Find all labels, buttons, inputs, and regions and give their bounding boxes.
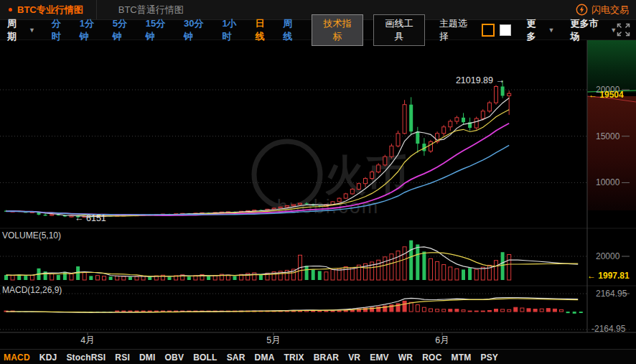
toolbar: 周期 ▼ 分时1分钟5分钟15分钟30分钟1小时日线周线 技术指标 画线工具 主… — [0, 20, 636, 40]
indicator-tab-bar: MACDKDJStochRSIRSIDMIOBVBOLLSARDMATRIXBR… — [0, 349, 636, 364]
btc-pro-chart-app: BTC专业行情图 BTC普通行情图 闪电交易 周期 ▼ 分时1分钟5分钟15分钟… — [0, 0, 636, 364]
month-axis-label: 5月 — [266, 335, 280, 345]
indicator-tab-macd[interactable]: MACD — [4, 353, 30, 363]
flash-trade-label: 闪电交易 — [591, 4, 629, 17]
period-link-周线[interactable]: 周线 — [283, 17, 301, 43]
tab-btc-normal-chart-label: BTC普通行情图 — [118, 4, 184, 17]
last-price-tag: ← 19504 — [589, 90, 624, 100]
huobi-watermark: 火币huobi.com — [254, 141, 408, 218]
draw-tools-button[interactable]: 画线工具 — [373, 14, 425, 46]
chevron-down-icon: ▼ — [548, 27, 554, 34]
indicator-tab-dma[interactable]: DMA — [255, 353, 275, 363]
lightning-icon — [576, 4, 588, 16]
candles-layer — [4, 80, 511, 218]
period-link-30分钟[interactable]: 30分钟 — [184, 17, 212, 43]
tab-btc-pro-chart-label: BTC专业行情图 — [17, 4, 83, 17]
period-label: 周期 — [7, 17, 26, 43]
indicator-tab-brar[interactable]: BRAR — [314, 353, 339, 363]
period-link-分时[interactable]: 分时 — [52, 17, 70, 43]
flash-trade-button[interactable]: 闪电交易 — [576, 4, 629, 17]
indicator-tab-wr[interactable]: WR — [398, 353, 413, 363]
indicator-tab-vr[interactable]: VR — [348, 353, 360, 363]
month-axis-label: 6月 — [435, 335, 449, 345]
theme-select-label: 主题选择 — [439, 17, 477, 43]
macd-pane-label: MACD(12,26,9) — [2, 285, 62, 295]
indicator-tab-boll[interactable]: BOLL — [193, 353, 217, 363]
fullscreen-icon[interactable] — [617, 23, 630, 37]
indicator-tab-mtm[interactable]: MTM — [452, 353, 472, 363]
period-link-5分钟[interactable]: 5分钟 — [113, 17, 136, 43]
more-markets-dropdown[interactable]: 更多市场 ▼ — [570, 17, 617, 43]
more-dropdown[interactable]: 更多 ▼ — [527, 17, 555, 43]
indicator-tab-psy[interactable]: PSY — [480, 353, 498, 363]
price-axis-label: 15000 — [596, 131, 620, 141]
indicator-tab-obv[interactable]: OBV — [165, 353, 184, 363]
price-axis-label: 10000 — [596, 177, 620, 187]
tech-indicator-button[interactable]: 技术指标 — [312, 14, 363, 46]
indicator-tab-rsi[interactable]: RSI — [115, 353, 130, 363]
high-price-annotation: 21019.89 → — [456, 75, 505, 85]
more-label: 更多 — [527, 17, 546, 43]
indicator-tab-kdj[interactable]: KDJ — [39, 353, 57, 363]
volume-axis-label: 20000 — [596, 251, 620, 261]
indicator-tab-stochrsi[interactable]: StochRSI — [66, 353, 106, 363]
indicator-tab-sar[interactable]: SAR — [227, 353, 245, 363]
period-link-1分钟[interactable]: 1分钟 — [80, 17, 103, 43]
month-axis-label: 4月 — [80, 335, 94, 345]
period-quick-links: 分时1分钟5分钟15分钟30分钟1小时日线周线 — [42, 17, 301, 43]
indicator-tab-dmi[interactable]: DMI — [139, 353, 156, 363]
last-volume-tag: ← 1997.81 — [587, 271, 630, 281]
depth-bids-area — [587, 96, 636, 210]
period-link-日线[interactable]: 日线 — [255, 17, 273, 43]
macd-axis-label: 2164.95 — [596, 289, 627, 299]
period-dropdown[interactable]: 周期 ▼ — [7, 17, 35, 43]
period-link-15分钟[interactable]: 15分钟 — [146, 17, 174, 43]
indicator-tab-trix[interactable]: TRIX — [284, 353, 304, 363]
indicator-tab-roc[interactable]: ROC — [422, 353, 441, 363]
indicator-tab-emv[interactable]: EMV — [370, 353, 389, 363]
low-price-annotation: ← 6151 — [75, 213, 106, 223]
more-markets-label: 更多市场 — [570, 17, 607, 43]
macd-histogram-layer — [4, 301, 583, 313]
volume-pane-label: VOLUME(5,10) — [2, 230, 61, 241]
chevron-down-icon: ▼ — [610, 27, 617, 34]
theme-swatch-light[interactable] — [500, 24, 511, 36]
active-tab-dot-icon — [9, 8, 12, 11]
macd-dif-line — [6, 298, 579, 313]
kline-chart[interactable]: 火币huobi.com200001500010000200002164.95-2… — [0, 40, 636, 349]
chevron-down-icon: ▼ — [29, 27, 35, 34]
theme-swatch-dark[interactable] — [482, 24, 495, 37]
period-link-1小时[interactable]: 1小时 — [222, 17, 245, 43]
